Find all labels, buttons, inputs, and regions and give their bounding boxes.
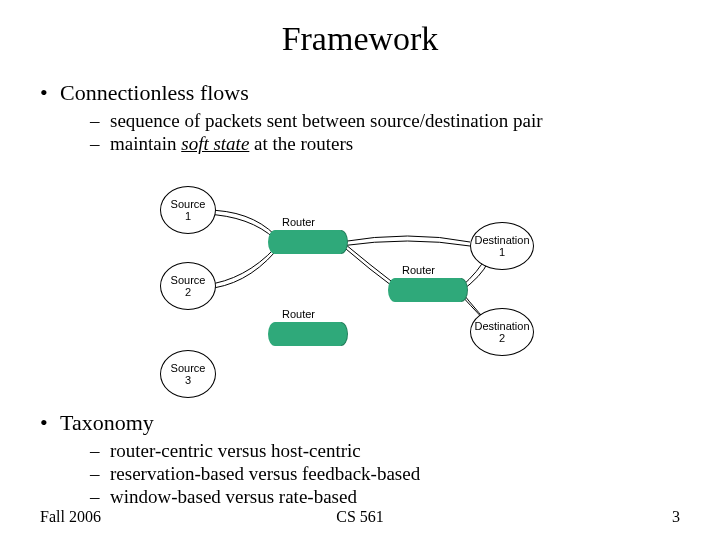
bullet-tax-1: router-centric versus host-centric xyxy=(110,440,361,462)
router-1 xyxy=(275,230,341,254)
node-source-3: Source 3 xyxy=(160,350,216,398)
node-destination-1: Destination 1 xyxy=(470,222,534,270)
footer-right: 3 xyxy=(672,508,680,526)
footer-center: CS 561 xyxy=(0,508,720,526)
slide: Framework Connectionless flows sequence … xyxy=(0,0,720,540)
router-1-label: Router xyxy=(282,216,315,228)
bullet-connectionless: Connectionless flows xyxy=(60,80,249,106)
bullet-taxonomy: Taxonomy xyxy=(60,410,154,436)
softstate-prefix: maintain xyxy=(110,133,181,154)
router-2-label: Router xyxy=(402,264,435,276)
router-2 xyxy=(395,278,461,302)
node-source-2: Source 2 xyxy=(160,262,216,310)
router-3 xyxy=(275,322,341,346)
bullet-sequence: sequence of packets sent between source/… xyxy=(110,110,543,132)
slide-title: Framework xyxy=(0,20,720,58)
bullet-tax-2: reservation-based versus feedback-based xyxy=(110,463,420,485)
network-diagram: Source 1 Source 2 Source 3 Destination 1… xyxy=(150,180,580,400)
node-source-1: Source 1 xyxy=(160,186,216,234)
bullet-softstate: maintain soft state at the routers xyxy=(110,133,353,155)
node-destination-2: Destination 2 xyxy=(470,308,534,356)
router-3-label: Router xyxy=(282,308,315,320)
softstate-term: soft state xyxy=(181,133,249,154)
softstate-suffix: at the routers xyxy=(249,133,353,154)
bullet-tax-3: window-based versus rate-based xyxy=(110,486,357,508)
